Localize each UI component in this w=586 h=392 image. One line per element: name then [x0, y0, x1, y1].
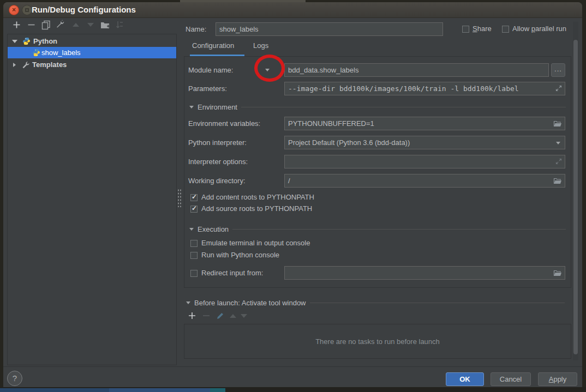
- vertical-scrollbar-thumb[interactable]: [573, 40, 578, 354]
- background-selection-fragment: [109, 388, 210, 392]
- section-divider: [232, 229, 566, 230]
- move-task-down-icon: [241, 314, 247, 318]
- redirect-input-checkbox[interactable]: [190, 270, 198, 277]
- sort-alphabetically-icon: [114, 19, 125, 31]
- working-directory-input[interactable]: /: [284, 174, 565, 188]
- move-down-icon: [85, 19, 96, 31]
- add-source-roots-label: Add source roots to PYTHONPATH: [201, 205, 312, 213]
- remove-configuration-icon[interactable]: [26, 19, 37, 31]
- tree-item-label: Templates: [32, 61, 67, 69]
- name-input[interactable]: show_labels: [216, 22, 443, 36]
- before-launch-task-list: There are no tasks to run before launch: [184, 324, 571, 359]
- python-interpreter-combobox[interactable]: Project Default (Python 3.6 (bdd-data)): [284, 136, 565, 149]
- close-window-button[interactable]: ×: [9, 5, 19, 15]
- tree-collapsed-icon[interactable]: [13, 63, 16, 67]
- move-task-up-icon: [230, 314, 236, 318]
- tab-configuration[interactable]: Configuration: [192, 41, 234, 55]
- add-source-roots-checkbox[interactable]: [190, 206, 198, 213]
- help-button[interactable]: ?: [7, 371, 22, 386]
- ok-button[interactable]: OK: [446, 372, 484, 386]
- add-content-roots-row[interactable]: Add content roots to PYTHONPATH: [190, 194, 314, 201]
- redirect-input-row[interactable]: Redirect input from:: [190, 269, 263, 277]
- redirect-input-field[interactable]: [284, 266, 565, 280]
- execution-section-header[interactable]: Execution: [189, 225, 566, 233]
- edit-task-pencil-icon: [216, 311, 225, 321]
- dialog-title: Run/Debug Configurations: [32, 2, 136, 17]
- section-collapse-icon[interactable]: [189, 228, 194, 231]
- parameters-input[interactable]: --image-dir bdd100k/images/100k/train -l…: [284, 82, 565, 95]
- title-bar[interactable]: × Run/Debug Configurations: [3, 2, 582, 18]
- screen: × Run/Debug Configurations Python s: [0, 0, 586, 392]
- section-collapse-icon[interactable]: [189, 106, 194, 108]
- configuration-form: Module name: bdd_data.show_labels ... Pa…: [184, 56, 571, 288]
- section-divider: [310, 303, 565, 303]
- configurations-toolbar: [11, 19, 125, 31]
- run-debug-configurations-dialog: × Run/Debug Configurations Python s: [3, 2, 582, 387]
- interpreter-options-label: Interpreter options:: [188, 155, 248, 168]
- environment-variables-input[interactable]: PYTHONUNBUFFERED=1: [284, 117, 565, 130]
- footer-divider: [3, 366, 582, 367]
- emulate-terminal-checkbox[interactable]: [190, 240, 198, 247]
- combobox-dropdown-icon[interactable]: [556, 142, 560, 144]
- run-with-python-console-row[interactable]: Run with Python console: [190, 251, 279, 259]
- apply-label-rest: pply: [553, 375, 566, 383]
- run-with-python-console-checkbox[interactable]: [190, 252, 198, 259]
- add-content-roots-checkbox[interactable]: [190, 194, 198, 201]
- module-name-label: Module name:: [188, 63, 233, 77]
- working-directory-label: Working directory:: [188, 174, 246, 188]
- share-label: Share: [473, 25, 492, 33]
- add-source-roots-row[interactable]: Add source roots to PYTHONPATH: [190, 205, 312, 213]
- folder-icon[interactable]: [553, 177, 562, 185]
- module-name-input[interactable]: bdd_data.show_labels: [284, 63, 549, 77]
- cancel-button[interactable]: Cancel: [491, 372, 531, 386]
- tree-item-python-group[interactable]: Python: [8, 35, 176, 47]
- add-task-icon[interactable]: [187, 311, 197, 321]
- add-content-roots-label: Add content roots to PYTHONPATH: [201, 194, 314, 201]
- section-divider: [241, 107, 566, 107]
- expand-field-icon[interactable]: [555, 85, 562, 92]
- panel-splitter[interactable]: [177, 189, 181, 207]
- maximize-window-button[interactable]: [22, 5, 32, 15]
- interpreter-options-input[interactable]: [284, 155, 565, 168]
- emulate-terminal-label: Emulate terminal in output console: [201, 239, 310, 247]
- share-checkbox-row[interactable]: Share: [462, 25, 492, 33]
- environment-variables-label: Environment variables:: [188, 117, 260, 130]
- section-title: Execution: [198, 225, 229, 233]
- emulate-terminal-row[interactable]: Emulate terminal in output console: [190, 239, 310, 247]
- environment-section-header[interactable]: Environment: [189, 103, 566, 111]
- tree-item-show-labels-selected[interactable]: show_labels: [8, 47, 176, 58]
- python-icon: [22, 37, 31, 45]
- python-interpreter-label: Python interpreter:: [188, 136, 247, 149]
- empty-task-list-text: There are no tasks to run before launch: [315, 337, 440, 346]
- allow-parallel-run-label: Allow parallel run: [512, 25, 566, 33]
- module-browse-button[interactable]: ...: [551, 63, 565, 77]
- copy-configuration-icon[interactable]: [40, 19, 52, 31]
- help-icon: ?: [13, 373, 17, 383]
- add-configuration-icon[interactable]: [11, 19, 22, 31]
- parameters-value: --image-dir bdd100k/images/100k/train -l…: [288, 85, 519, 93]
- allow-parallel-run-checkbox[interactable]: [502, 26, 509, 33]
- tree-expanded-icon[interactable]: [12, 40, 17, 43]
- run-with-python-console-label: Run with Python console: [201, 251, 279, 259]
- allow-parallel-run-checkbox-row[interactable]: Allow parallel run: [502, 25, 566, 33]
- section-collapse-icon[interactable]: [186, 301, 190, 304]
- expand-field-icon[interactable]: [555, 158, 562, 165]
- background-selection-fragment: [210, 388, 225, 392]
- folder-icon[interactable]: [553, 269, 562, 277]
- share-checkbox[interactable]: [462, 26, 469, 33]
- python-interpreter-value: Project Default (Python 3.6 (bdd-data)): [288, 138, 410, 147]
- apply-button[interactable]: Apply: [538, 372, 577, 386]
- folder-icon[interactable]: [553, 120, 562, 128]
- edit-defaults-wrench-icon[interactable]: [55, 19, 67, 31]
- tab-logs[interactable]: Logs: [253, 41, 268, 55]
- tree-item-templates-group[interactable]: Templates: [8, 59, 176, 70]
- tree-item-label: Python: [33, 37, 57, 45]
- close-icon: ×: [12, 6, 16, 14]
- remove-task-icon: [201, 311, 211, 321]
- before-launch-section-header[interactable]: Before launch: Activate tool window: [186, 299, 565, 307]
- maximize-icon: [25, 8, 29, 12]
- python-icon: [32, 49, 40, 57]
- new-folder-icon[interactable]: [99, 19, 111, 31]
- redirect-input-label: Redirect input from:: [201, 269, 263, 277]
- working-directory-value: /: [288, 177, 290, 185]
